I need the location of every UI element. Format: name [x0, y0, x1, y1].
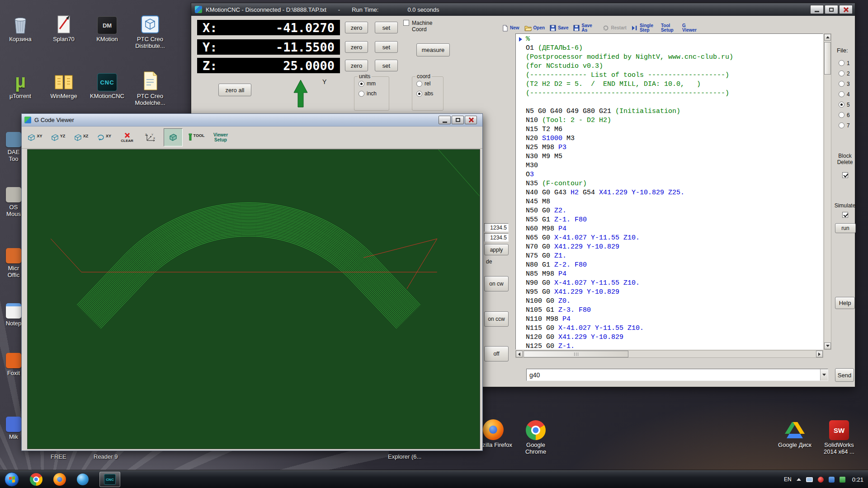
tray-display-icon[interactable] — [806, 477, 813, 482]
taskbar-kmotioncnc-button[interactable]: CNC — [99, 472, 120, 487]
viewer-close-button[interactable] — [465, 116, 477, 124]
jog-up-button[interactable] — [293, 79, 308, 110]
view-xz-button[interactable]: XZ — [71, 128, 90, 146]
hscroll-thumb[interactable] — [524, 351, 628, 357]
rotate-view-button[interactable]: XY — [94, 128, 113, 146]
machine-coord-checkbox[interactable] — [403, 20, 409, 26]
tray-expand-icon[interactable] — [797, 478, 801, 481]
mdi-input[interactable] — [527, 371, 820, 379]
radio-icon[interactable] — [839, 70, 844, 76]
file-radio-2[interactable]: 2 — [839, 70, 850, 76]
desktop-icon-winmerge[interactable]: WinMerge — [44, 63, 84, 99]
speed-value-field[interactable]: 1234.5 — [484, 233, 509, 242]
units-mm-radio[interactable]: mm — [359, 80, 389, 87]
minimize-button[interactable] — [810, 5, 824, 14]
zero-y-button[interactable]: zero — [345, 41, 368, 53]
viewer-minimize-button[interactable] — [439, 116, 451, 124]
taskbar-clock[interactable]: 0:21 — [852, 476, 863, 483]
file-radio-5[interactable]: 5 — [839, 102, 850, 108]
radio-icon[interactable] — [839, 112, 844, 118]
file-radio-4[interactable]: 4 — [839, 91, 850, 97]
feed-value-field[interactable]: 1234.5 — [484, 223, 509, 232]
desktop-icon-notepad[interactable]: Notep — [4, 299, 24, 327]
radio-icon[interactable] — [839, 102, 844, 108]
scroll-up-button[interactable] — [824, 34, 831, 41]
new-button[interactable]: New — [502, 25, 519, 32]
measure-button[interactable]: measure — [416, 43, 450, 56]
tool-button[interactable]: TOOL — [187, 128, 206, 146]
close-button[interactable] — [839, 5, 853, 14]
viewer-setup-button[interactable]: Viewer Setup — [210, 128, 231, 146]
radio-icon[interactable] — [416, 91, 422, 97]
tray-network-icon[interactable] — [829, 477, 835, 483]
units-inch-radio[interactable]: inch — [359, 90, 389, 97]
desktop-icon-ms-office[interactable]: Micr Offic — [4, 244, 24, 278]
start-button[interactable] — [5, 472, 19, 487]
radio-icon[interactable] — [416, 81, 422, 87]
desktop-icon-recycle-bin[interactable]: Корзина — [0, 6, 40, 42]
desktop-icon-creo-distribute[interactable]: PTC Creo Distribute... — [130, 6, 170, 49]
mdi-combobox[interactable] — [526, 369, 828, 381]
desktop-icon-os-mouse[interactable]: OS Mous — [4, 183, 24, 217]
tray-sync-icon[interactable] — [840, 477, 845, 483]
gcode-editor[interactable]: %O1 (ДЕТАЛЬ1-6)(Postprocessor modified b… — [515, 33, 823, 350]
taskbar-app-icon[interactable] — [77, 474, 89, 485]
mdi-dropdown-button[interactable] — [820, 369, 828, 380]
coord-abs-radio[interactable]: abs — [416, 90, 443, 97]
language-indicator[interactable]: EN — [784, 476, 792, 483]
radio-icon[interactable] — [359, 81, 364, 87]
apply-button[interactable]: apply — [484, 244, 509, 255]
view-yz-button[interactable]: YZ — [48, 128, 67, 146]
file-radio-7[interactable]: 7 — [839, 122, 850, 128]
clear-button[interactable]: CLEAR — [118, 128, 137, 146]
scroll-left-button[interactable] — [516, 351, 523, 357]
block-delete-checkbox[interactable] — [842, 172, 848, 178]
desktop-icon-chrome[interactable]: Google Chrome — [516, 412, 556, 455]
machine-coord-field[interactable]: Machine Coord — [403, 20, 438, 33]
scroll-down-button[interactable] — [824, 343, 831, 349]
desktop-icon-kmotioncnc[interactable]: CNC KMotionCNC — [87, 63, 127, 99]
save-button[interactable]: Save — [550, 25, 568, 31]
taskbar-firefox-icon[interactable] — [53, 473, 66, 486]
desktop-icon-foxit[interactable]: Foxit — [4, 348, 24, 376]
set-x-button[interactable]: set — [375, 22, 398, 33]
gcode-vscrollbar[interactable] — [824, 33, 831, 350]
desktop-icon-mik[interactable]: Mik — [4, 412, 24, 440]
desktop-icon-utorrent[interactable]: µ µTorrent — [0, 63, 40, 99]
restart-button[interactable]: Restart — [603, 25, 626, 31]
scroll-right-button[interactable] — [816, 351, 823, 357]
radio-icon[interactable] — [359, 91, 364, 97]
desktop-icon-kmotion[interactable]: DM KMotion — [87, 6, 127, 42]
vscroll-thumb[interactable] — [824, 42, 831, 75]
file-radio-1[interactable]: 1 — [839, 60, 850, 66]
spindle-off-button[interactable]: off — [484, 346, 509, 361]
desktop-icon-splan70[interactable]: Splan70 — [44, 6, 84, 42]
radio-icon[interactable] — [839, 81, 844, 87]
axes-button[interactable]: Z Y X — [141, 128, 160, 146]
save-as-button[interactable]: Save As — [573, 23, 598, 33]
radio-icon[interactable] — [839, 91, 844, 97]
zero-x-button[interactable]: zero — [345, 22, 368, 33]
toolpath-canvas[interactable] — [27, 149, 480, 449]
radio-icon[interactable] — [839, 122, 844, 128]
file-radio-3[interactable]: 3 — [839, 81, 850, 87]
simulate-checkbox[interactable] — [842, 212, 848, 218]
spindle-on-ccw-button[interactable]: on ccw — [484, 311, 509, 327]
zero-z-button[interactable]: zero — [345, 60, 368, 71]
run-button[interactable]: run — [835, 223, 856, 233]
coord-rel-radio[interactable]: rel — [416, 80, 443, 87]
desktop-icon-solidworks[interactable]: SW SolidWorks 2014 x64 ... — [819, 412, 859, 455]
single-step-button[interactable]: Single Step — [632, 23, 656, 33]
taskbar-chrome-icon[interactable] — [30, 473, 42, 486]
g-viewer-button[interactable]: G Viewer — [682, 23, 698, 33]
tray-antivirus-icon[interactable] — [818, 477, 824, 483]
spindle-on-cw-button[interactable]: on cw — [484, 276, 509, 291]
help-button[interactable]: Help — [835, 297, 855, 309]
set-y-button[interactable]: set — [375, 41, 398, 53]
file-radio-6[interactable]: 6 — [839, 112, 850, 118]
desktop-icon-dae[interactable]: DAE Too — [4, 127, 24, 162]
viewer-titlebar[interactable]: G Code Viewer — [22, 114, 482, 127]
send-button[interactable]: Send — [835, 368, 854, 382]
view-xy-button[interactable]: XY — [25, 128, 44, 146]
radio-icon[interactable] — [839, 60, 844, 66]
